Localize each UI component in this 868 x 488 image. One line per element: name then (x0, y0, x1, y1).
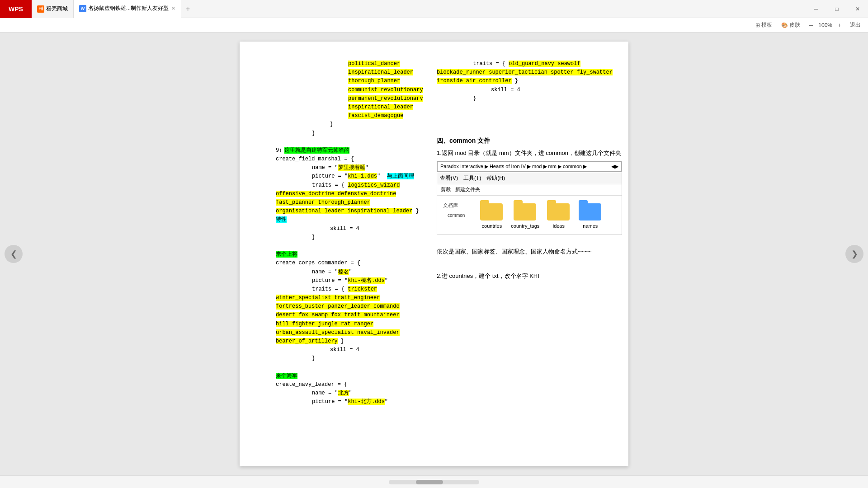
fe-path-bar: Paradox Interactive ▶ Hearts of Iron IV … (437, 161, 622, 172)
fe-sidebar: 文档库 common (442, 200, 470, 221)
line-traits-marshal: traits = { logistics_wizard offensive_do… (276, 181, 428, 225)
line-communist-revolutionary: communist_revolutionary (276, 86, 428, 94)
step1-text: 1.返回 mod 目录（就是 mm）文件夹，进 common，创建这几个文件夹 (437, 149, 622, 158)
template-button[interactable]: ⊞ 模板 (752, 20, 776, 30)
line-permanent-revolutionary: permanent_revolutionary (276, 94, 428, 103)
fe-view-menu[interactable]: 查看(V) (440, 174, 458, 183)
right-column: traits = { old_guard_navy seawolf blocka… (437, 60, 622, 407)
country-tags-folder-icon (513, 200, 538, 221)
code-block-left: political_dancer inspirational_leader th… (276, 60, 428, 407)
main-content: ❮ political_dancer inspirational_leader … (0, 33, 868, 475)
close-button[interactable]: ✕ (847, 0, 868, 18)
code-block-right: traits = { old_guard_navy seawolf blocka… (437, 60, 622, 103)
file-explorer: Paradox Interactive ▶ Hearts of Iron IV … (437, 161, 622, 235)
scrollbar-track (389, 480, 479, 484)
skin-button[interactable]: 🎨 皮肤 (778, 20, 804, 30)
wps-logo: WPS (0, 0, 32, 18)
names-folder-icon (578, 200, 603, 221)
statusbar (0, 475, 868, 488)
fe-menu-bar: 查看(V) 工具(T) 帮助(H) (437, 173, 622, 184)
step2-text: 2.进 countries，建个 txt，改个名字 KHI (437, 272, 622, 281)
template-icon: ⊞ (755, 22, 760, 28)
folder-country-tags[interactable]: country_tags (511, 200, 539, 230)
toolbar: ⊞ 模板 🎨 皮肤 ─ 100% + 退出 (0, 18, 868, 33)
fe-tools-menu[interactable]: 工具(T) (463, 174, 481, 183)
tab-daoke[interactable]: 稻 稻壳商城 (32, 0, 74, 18)
line-skill-corps: skill = 4 (276, 346, 428, 354)
minimize-button[interactable]: ─ (806, 0, 826, 18)
line-name-榛名: name = "榛名" (276, 268, 428, 277)
countries-label: countries (482, 222, 502, 230)
line-section-general: 来个上将 (276, 250, 428, 259)
line-skill-navy: skill = 4 (437, 86, 622, 94)
line-create-corps: create_corps_commander = { (276, 259, 428, 267)
line-traits-corps: traits = { trickster winter_specialist t… (276, 285, 428, 346)
window-controls: ─ □ ✕ (806, 0, 868, 18)
line-create-navy: create_navy_leader = { (276, 380, 428, 389)
names-label: names (583, 222, 598, 230)
line-picture-khi1: picture = "khi-1.dds" 与上面同理 (276, 172, 428, 181)
two-column-layout: political_dancer inspirational_leader th… (276, 60, 592, 407)
line-close2: } (276, 129, 428, 138)
line-thorough-planner: thorough_planner (276, 77, 428, 85)
folder-countries[interactable]: countries (479, 200, 504, 230)
document-area: ❮ political_dancer inspirational_leader … (0, 33, 868, 475)
tab-doc[interactable]: W 名扬鼠虚钢铁雄...制作新人友好型 ✕ (74, 0, 181, 18)
folder-body (547, 203, 570, 221)
close-tab-icon[interactable]: ✕ (171, 5, 175, 11)
line-traits-navy: traits = { old_guard_navy seawolf blocka… (437, 60, 622, 86)
read-mode-button[interactable]: 退出 (846, 20, 864, 30)
line-create-field-marshal: create_field_marshal = { (276, 155, 428, 164)
fe-cut-btn[interactable]: 剪裁 (441, 186, 451, 194)
fe-sidebar-label: 文档库 (442, 200, 466, 211)
daoke-icon: 稻 (37, 5, 44, 13)
next-page-button[interactable]: ❯ (845, 245, 863, 263)
zoom-level: 100% (818, 22, 832, 28)
fe-path-arrows[interactable]: ◀▶ (611, 163, 618, 171)
doc-icon: W (79, 5, 86, 12)
new-tab-button[interactable]: + (181, 5, 194, 13)
folder-names[interactable]: names (578, 200, 603, 230)
line-fascist-demagogue: fascist_demagogue (276, 112, 428, 120)
zoom-in-button[interactable]: + (834, 21, 844, 29)
line-inspirational-leader2: inspirational_leader (276, 103, 428, 112)
line-section-navy: 来个海军 (276, 372, 428, 380)
section-four-title: 四、common 文件 (437, 136, 622, 145)
ideas-label: ideas (553, 222, 565, 230)
fe-path-text: Paradox Interactive ▶ Hearts of Iron IV … (440, 163, 587, 171)
folder-ideas[interactable]: ideas (546, 200, 571, 230)
scrollbar-area (5, 480, 863, 484)
fe-actions: 剪裁 新建文件夹 (437, 184, 622, 196)
folder-group: countries country_tags (479, 200, 603, 230)
tab2-label: 名扬鼠虚钢铁雄...制作新人友好型 (88, 5, 169, 12)
fe-help-menu[interactable]: 帮助(H) (486, 174, 505, 183)
document-page: political_dancer inspirational_leader th… (240, 42, 628, 466)
zoom-out-button[interactable]: ─ (806, 21, 817, 29)
line-picture-榛名: picture = "khi-榛名.dds" (276, 277, 428, 285)
line-political-dancer: political_dancer (276, 60, 428, 68)
wps-label: WPS (9, 5, 23, 13)
tab1-label: 稻壳商城 (46, 5, 68, 13)
line-name-北方: name = "北方" (276, 389, 428, 398)
line-picture-北方: picture = "khi-北方.dds" (276, 398, 428, 406)
maximize-button[interactable]: □ (826, 0, 847, 18)
left-column: political_dancer inspirational_leader th… (276, 60, 428, 407)
prev-page-button[interactable]: ❮ (5, 245, 23, 263)
fe-content-area: 文档库 common countries (437, 196, 622, 235)
fe-sidebar-sub: common (446, 211, 466, 221)
titlebar: WPS 稻 稻壳商城 W 名扬鼠虚钢铁雄...制作新人友好型 ✕ + ─ □ ✕ (0, 0, 868, 18)
line-inspirational-leader1: inspirational_leader (276, 68, 428, 77)
fe-newfolder-btn[interactable]: 新建文件夹 (455, 186, 480, 194)
scrollbar-thumb[interactable] (416, 480, 443, 484)
description-text: 依次是国家、国家标签、国家理念、国家人物命名方式~~~~ (437, 247, 622, 257)
line-skill-marshal: skill = 4 (276, 225, 428, 233)
line-close1: } (276, 120, 428, 129)
line-close-navy: } (437, 94, 622, 103)
line-section9: 9）这里就是自建特军元帅啥的 (276, 146, 428, 155)
countries-folder-icon (479, 200, 504, 221)
folder-body (480, 203, 503, 221)
line-name-dream: name = "梦里接着睡" (276, 164, 428, 172)
country-tags-label: country_tags (511, 222, 539, 230)
skin-icon: 🎨 (781, 22, 788, 28)
line-close-corps: } (276, 354, 428, 363)
